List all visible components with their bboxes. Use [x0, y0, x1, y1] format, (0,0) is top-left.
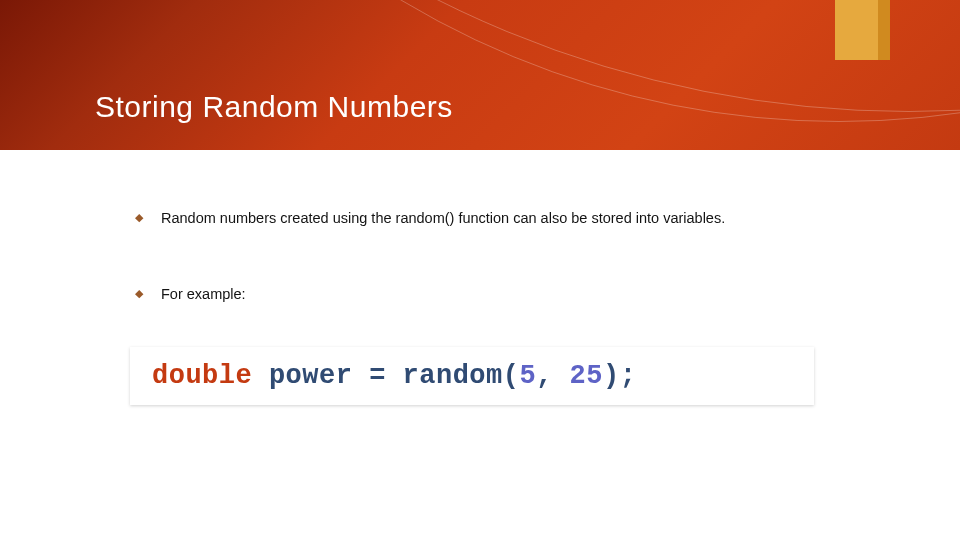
code-token-comma: ,: [536, 361, 569, 391]
bullet-item: Random numbers created using the random(…: [135, 208, 865, 228]
code-token-equals: =: [369, 361, 386, 391]
gold-accent-tab: [835, 0, 890, 60]
code-token-number: 25: [570, 361, 603, 391]
code-token-paren-close: ): [603, 361, 620, 391]
code-token-ident: power: [269, 361, 353, 391]
code-snippet: double power = random(5, 25);: [130, 347, 814, 405]
code-token-number: 5: [519, 361, 536, 391]
code-token-type: double: [152, 361, 252, 391]
slide-title: Storing Random Numbers: [95, 90, 453, 124]
code-token-semicolon: ;: [620, 361, 637, 391]
slide-header: Storing Random Numbers: [0, 0, 960, 150]
code-token-call: random: [403, 361, 503, 391]
bullet-list: Random numbers created using the random(…: [95, 208, 865, 305]
bullet-item: For example:: [135, 284, 865, 304]
code-token-paren-open: (: [503, 361, 520, 391]
